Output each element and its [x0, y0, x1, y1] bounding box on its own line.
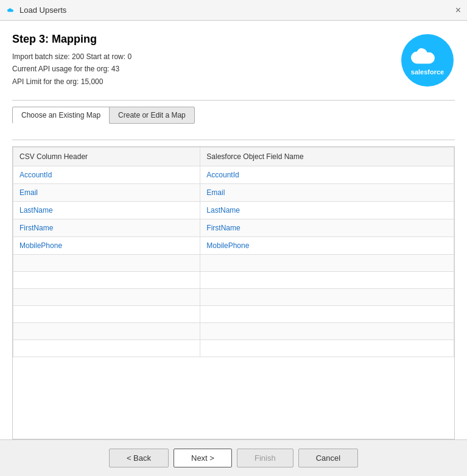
table-row-empty	[13, 306, 454, 323]
close-button[interactable]: ×	[455, 5, 461, 15]
sf-col-cell: FirstName	[200, 219, 454, 237]
table-row: AccountIdAccountId	[13, 166, 454, 184]
table-row-empty	[13, 255, 454, 272]
sf-col-cell: LastName	[200, 202, 454, 219]
mapping-table: CSV Column Header Salesforce Object Fiel…	[13, 147, 454, 357]
table-row: MobilePhoneMobilePhone	[13, 237, 454, 255]
info-line-2: Current API usage for the org: 43	[12, 63, 132, 75]
title-bar: Load Upserts ×	[0, 0, 467, 21]
table-row: EmailEmail	[13, 184, 454, 202]
table-row-empty	[13, 340, 454, 357]
sf-col-cell: AccountId	[200, 166, 454, 184]
csv-col-cell: LastName	[13, 202, 200, 219]
table-row-empty	[13, 272, 454, 289]
salesforce-logo: salesforce	[400, 33, 455, 88]
table-row-empty	[13, 289, 454, 306]
separator-1	[12, 100, 455, 101]
table-row: FirstNameFirstName	[13, 219, 454, 237]
separator-2	[12, 140, 455, 140]
info-line-3: API Limit for the org: 15,000	[12, 76, 132, 88]
title-bar-title: Load Upserts	[19, 5, 66, 15]
title-bar-left: Load Upserts	[6, 5, 66, 15]
header-row: Step 3: Mapping Import batch size: 200 S…	[12, 33, 455, 88]
back-button[interactable]: < Back	[109, 449, 169, 467]
create-edit-map-button[interactable]: Create or Edit a Map	[110, 107, 195, 124]
csv-col-cell: Email	[13, 184, 200, 202]
map-button-row: Choose an Existing Map Create or Edit a …	[12, 107, 455, 124]
step-title: Step 3: Mapping	[12, 33, 132, 46]
header-info: Step 3: Mapping Import batch size: 200 S…	[12, 33, 132, 88]
col2-header: Salesforce Object Field Name	[200, 147, 454, 166]
cancel-button[interactable]: Cancel	[298, 449, 358, 467]
table-header-row: CSV Column Header Salesforce Object Fiel…	[13, 147, 454, 166]
footer: < Back Next > Finish Cancel	[0, 439, 467, 476]
finish-button: Finish	[237, 449, 293, 467]
table-row: LastNameLastName	[13, 202, 454, 219]
svg-text:salesforce: salesforce	[411, 68, 444, 76]
mapping-table-container: CSV Column Header Salesforce Object Fiel…	[12, 146, 455, 439]
csv-col-cell: FirstName	[13, 219, 200, 237]
main-content: Step 3: Mapping Import batch size: 200 S…	[0, 21, 467, 439]
choose-existing-map-button[interactable]: Choose an Existing Map	[12, 107, 110, 124]
next-button[interactable]: Next >	[174, 449, 232, 467]
col1-header: CSV Column Header	[13, 147, 200, 166]
table-row-empty	[13, 323, 454, 340]
info-line-1: Import batch size: 200 Start at row: 0	[12, 51, 132, 63]
csv-col-cell: AccountId	[13, 166, 200, 184]
salesforce-small-icon	[6, 5, 16, 15]
sf-col-cell: MobilePhone	[200, 237, 454, 255]
sf-col-cell: Email	[200, 184, 454, 202]
csv-col-cell: MobilePhone	[13, 237, 200, 255]
